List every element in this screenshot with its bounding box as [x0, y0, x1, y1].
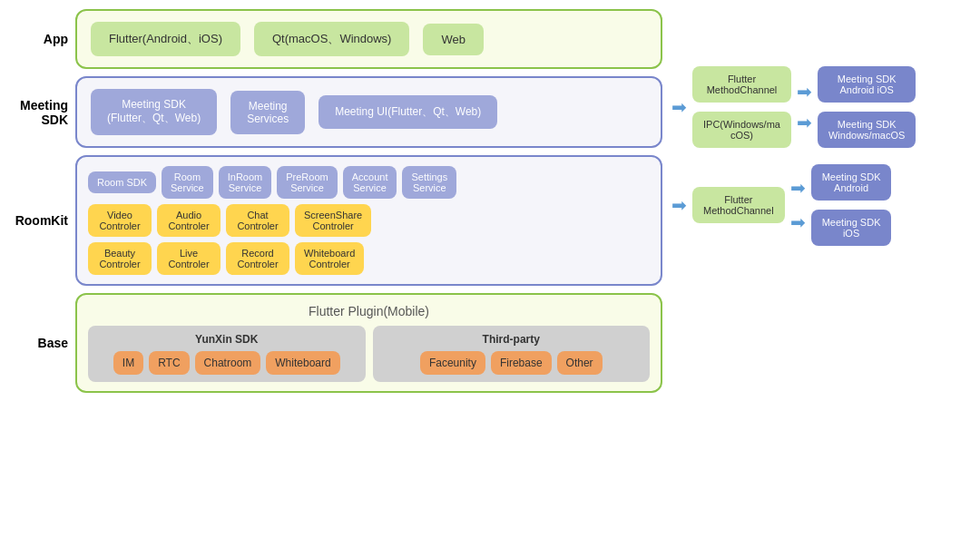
base-box: Flutter Plugin(Mobile) YunXin SDK IM RTC…: [75, 293, 662, 393]
roomkit-sdk-ios: Meeting SDK iOS: [811, 210, 892, 246]
meeting-right-block: ➡ Flutter MethodChannel IPC(Windows/ma c…: [671, 66, 971, 148]
video-controler: Video Controler: [88, 204, 152, 237]
meeting-row: Meeting SDK Meeting SDK (Flutter、Qt、Web)…: [9, 76, 662, 148]
roomkit-label: RoomKit: [9, 213, 68, 228]
roomkit-controller-row2: Beauty Controler Live Controler Record C…: [88, 242, 650, 275]
base-row: Base Flutter Plugin(Mobile) YunXin SDK I…: [9, 293, 662, 393]
meeting-sdk-windows-macos: Meeting SDK Windows/macOS: [818, 112, 916, 148]
live-controler: Live Controler: [157, 242, 220, 275]
roomkit-flutter-channel: Flutter MethodChannel: [692, 187, 785, 223]
thirdparty-box: Third-party Faceunity Firebase Other: [373, 326, 651, 382]
whiteboard-controler: Whiteboard Controler: [295, 242, 364, 275]
left-section: App Flutter(Android、iOS) Qt(macOS、Window…: [9, 9, 662, 539]
thirdparty-items: Faceunity Firebase Other: [382, 351, 642, 375]
roomkit-right-block: ➡ Flutter MethodChannel ➡ ➡ Meeting SDK …: [671, 164, 971, 246]
yunxin-items: IM RTC Chatroom Whiteboard: [97, 351, 357, 375]
record-controler: Record Controler: [226, 242, 289, 275]
thirdparty-faceunity: Faceunity: [420, 351, 485, 375]
app-row: App Flutter(Android、iOS) Qt(macOS、Window…: [9, 9, 662, 69]
thirdparty-label: Third-party: [382, 333, 642, 346]
base-inner: YunXin SDK IM RTC Chatroom Whiteboard Th…: [88, 326, 650, 382]
room-sdk: Room SDK: [88, 171, 156, 193]
meeting-sdk-col: Meeting SDK Android iOS Meeting SDK Wind…: [818, 66, 916, 148]
roomkit-arrow2a: ➡: [790, 177, 806, 199]
roomkit-arrow1: ➡: [671, 194, 687, 216]
main-container: App Flutter(Android、iOS) Qt(macOS、Window…: [0, 0, 980, 548]
roomkit-arrows-col: ➡ ➡: [790, 177, 806, 233]
app-qt: Qt(macOS、Windows): [254, 22, 409, 56]
app-label: App: [9, 32, 68, 46]
yunxin-chatroom: Chatroom: [195, 351, 261, 375]
yunxin-whiteboard: Whiteboard: [266, 351, 339, 375]
chat-controler: Chat Controler: [226, 204, 289, 237]
thirdparty-firebase: Firebase: [491, 351, 552, 375]
roomkit-row: RoomKit Room SDK Room Service InRoom Ser…: [9, 155, 662, 286]
preroom-service: PreRoom Service: [277, 166, 337, 199]
yunxin-label: YunXin SDK: [97, 333, 357, 346]
roomkit-controller-row1: Video Controler Audio Controler Chat Con…: [88, 204, 650, 237]
meeting-arrow2b: ➡: [797, 112, 812, 133]
yunxin-im: IM: [113, 351, 143, 375]
room-service: Room Service: [162, 166, 213, 199]
roomkit-box: Room SDK Room Service InRoom Service Pre…: [75, 155, 662, 286]
audio-controler: Audio Controler: [157, 204, 220, 237]
meeting-sdk-item: Meeting SDK (Flutter、Qt、Web): [91, 89, 217, 135]
meeting-box: Meeting SDK (Flutter、Qt、Web) Meeting Ser…: [75, 76, 662, 148]
meeting-label: Meeting SDK: [9, 98, 68, 127]
roomkit-sdk-android: Meeting SDK Android: [811, 164, 892, 201]
meeting-arrows-col: ➡ ➡: [797, 81, 812, 133]
right-section: ➡ Flutter MethodChannel IPC(Windows/ma c…: [671, 9, 971, 539]
roomkit-sdk-col: Meeting SDK Android Meeting SDK iOS: [811, 164, 892, 246]
screenshare-controler: ScreenShare Controler: [295, 204, 371, 237]
meeting-ipc-channel: IPC(Windows/ma cOS): [692, 112, 791, 148]
yunxin-rtc: RTC: [149, 351, 189, 375]
beauty-controler: Beauty Controler: [88, 242, 152, 275]
flutter-plugin-label: Flutter Plugin(Mobile): [88, 304, 650, 318]
roomkit-arrow2b: ➡: [790, 211, 806, 233]
base-label: Base: [9, 336, 68, 350]
meeting-ui-item: Meeting UI(Flutter、Qt、Web): [318, 95, 497, 129]
roomkit-top-row: Room SDK Room Service InRoom Service Pre…: [88, 166, 650, 199]
app-web: Web: [423, 24, 484, 55]
meeting-arrow2a: ➡: [797, 81, 812, 103]
app-box: Flutter(Android、iOS) Qt(macOS、Windows) W…: [75, 9, 662, 69]
thirdparty-other: Other: [557, 351, 603, 375]
meeting-services-item: Meeting Services: [230, 91, 305, 134]
meeting-arrow1: ➡: [671, 96, 687, 118]
meeting-flutter-channel: Flutter MethodChannel: [692, 66, 791, 103]
account-service: Account Service: [343, 166, 397, 199]
meeting-sdk-android-ios: Meeting SDK Android iOS: [818, 66, 916, 103]
meeting-middle-col: Flutter MethodChannel IPC(Windows/ma cOS…: [692, 66, 791, 148]
settings-service: Settings Service: [402, 166, 456, 199]
app-flutter: Flutter(Android、iOS): [91, 22, 240, 56]
inroom-service: InRoom Service: [219, 166, 272, 199]
yunxin-box: YunXin SDK IM RTC Chatroom Whiteboard: [88, 326, 366, 382]
